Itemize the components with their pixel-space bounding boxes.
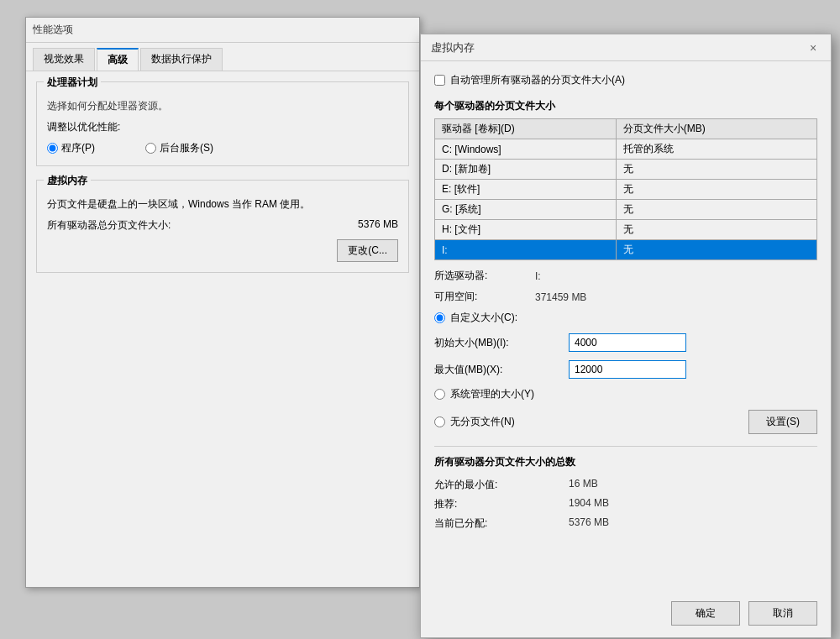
current-allocated-label: 当前已分配:: [434, 516, 569, 531]
drive-size-cell: 无: [616, 240, 816, 260]
table-row[interactable]: D: [新加卷]无: [435, 160, 817, 180]
adjust-label: 调整以优化性能:: [47, 120, 398, 134]
radio-group: 程序(P) 后台服务(S): [47, 141, 398, 155]
bg-tabs: 视觉效果 高级 数据执行保护: [26, 43, 419, 71]
radio-background[interactable]: 后台服务(S): [145, 141, 213, 155]
vm-section: 虚拟内存 分页文件是硬盘上的一块区域，Windows 当作 RAM 使用。 所有…: [36, 180, 409, 273]
initial-size-label: 初始大小(MB)(I):: [434, 336, 569, 350]
no-pagefile-label[interactable]: 无分页文件(N): [450, 415, 515, 429]
vm-section-label: 虚拟内存: [44, 174, 91, 188]
max-size-label: 最大值(MB)(X):: [434, 363, 569, 377]
close-button[interactable]: ×: [806, 40, 821, 55]
change-button[interactable]: 更改(C...: [337, 239, 398, 262]
table-row[interactable]: I: 无: [435, 240, 817, 260]
min-allowed-row: 允许的最小值: 16 MB: [434, 478, 817, 492]
vm-desc: 分页文件是硬盘上的一块区域，Windows 当作 RAM 使用。: [47, 197, 398, 212]
radio-program[interactable]: 程序(P): [47, 141, 95, 155]
tab-advanced[interactable]: 高级: [97, 48, 139, 71]
tab-dep[interactable]: 数据执行保护: [140, 48, 223, 71]
available-space-value: 371459 MB: [535, 291, 586, 303]
no-pagefile-row: 无分页文件(N) 设置(S): [434, 410, 817, 434]
vm-total-value: 5376 MB: [358, 218, 398, 233]
drive-size-cell: 无: [616, 200, 816, 220]
selected-drive-value: I:: [535, 270, 541, 282]
dialog-title: 虚拟内存: [431, 40, 475, 55]
auto-manage-checkbox[interactable]: [434, 75, 445, 86]
custom-size-label[interactable]: 自定义大小(C):: [450, 311, 517, 325]
drive-cell: E: [软件]: [435, 180, 617, 200]
system-managed-row: 系统管理的大小(Y): [434, 387, 817, 401]
available-space-label: 可用空间:: [434, 290, 535, 304]
bg-content: 处理器计划 选择如何分配处理器资源。 调整以优化性能: 程序(P) 后台服务(S…: [26, 71, 419, 296]
radio-program-input[interactable]: [47, 143, 58, 154]
system-managed-label[interactable]: 系统管理的大小(Y): [450, 387, 534, 401]
dialog-body: 自动管理所有驱动器的分页文件大小(A) 每个驱动器的分页文件大小 驱动器 [卷标…: [421, 61, 831, 547]
bg-window: 性能选项 视觉效果 高级 数据执行保护 处理器计划 选择如何分配处理器资源。 调…: [25, 17, 420, 588]
vm-total-row: 所有驱动器总分页文件大小: 5376 MB: [47, 218, 398, 233]
recommended-value: 1904 MB: [569, 497, 609, 511]
processor-section: 处理器计划 选择如何分配处理器资源。 调整以优化性能: 程序(P) 后台服务(S…: [36, 81, 409, 166]
col-drive: 驱动器 [卷标](D): [435, 119, 617, 139]
drive-cell: G: [系统]: [435, 200, 617, 220]
initial-size-input[interactable]: [569, 333, 686, 352]
table-row[interactable]: H: [文件]无: [435, 220, 817, 240]
max-size-input[interactable]: [569, 360, 686, 379]
drives-section-title: 每个驱动器的分页文件大小: [434, 99, 817, 113]
custom-size-radio[interactable]: [434, 312, 445, 323]
col-size: 分页文件大小(MB): [616, 119, 816, 139]
initial-size-row: 初始大小(MB)(I):: [434, 333, 817, 352]
main-dialog: 虚拟内存 × 自动管理所有驱动器的分页文件大小(A) 每个驱动器的分页文件大小 …: [420, 34, 832, 638]
totals-title: 所有驱动器分页文件大小的总数: [434, 455, 817, 469]
no-pagefile-radio-row: 无分页文件(N): [434, 415, 515, 429]
drive-size-cell: 无: [616, 180, 816, 200]
radio-background-input[interactable]: [145, 143, 156, 154]
set-button[interactable]: 设置(S): [748, 410, 817, 434]
max-size-row: 最大值(MB)(X):: [434, 360, 817, 379]
recommended-row: 推荐: 1904 MB: [434, 497, 817, 511]
bg-titlebar: 性能选项: [26, 18, 419, 43]
cancel-button[interactable]: 取消: [748, 601, 817, 626]
custom-size-radio-row: 自定义大小(C):: [434, 311, 817, 325]
totals-section: 所有驱动器分页文件大小的总数 允许的最小值: 16 MB 推荐: 1904 MB…: [434, 446, 817, 531]
no-pagefile-radio[interactable]: [434, 416, 445, 427]
drive-size-cell: 无: [616, 220, 816, 240]
table-row[interactable]: C: [Windows]托管的系统: [435, 139, 817, 160]
dialog-footer: 确定 取消: [671, 601, 817, 626]
table-row[interactable]: E: [软件]无: [435, 180, 817, 200]
selected-drive-label: 所选驱动器:: [434, 269, 535, 283]
min-allowed-value: 16 MB: [569, 478, 598, 492]
drive-cell: C: [Windows]: [435, 139, 617, 160]
tab-visual-effects[interactable]: 视觉效果: [33, 48, 95, 71]
available-space-row: 可用空间: 371459 MB: [434, 290, 817, 304]
recommended-label: 推荐:: [434, 497, 569, 511]
system-managed-radio[interactable]: [434, 389, 445, 400]
drive-cell: H: [文件]: [435, 220, 617, 240]
drive-cell: D: [新加卷]: [435, 160, 617, 180]
selected-drive-row: 所选驱动器: I:: [434, 269, 817, 283]
min-allowed-label: 允许的最小值:: [434, 478, 569, 492]
current-allocated-value: 5376 MB: [569, 516, 609, 531]
drive-size-cell: 托管的系统: [616, 139, 816, 160]
ok-button[interactable]: 确定: [671, 601, 740, 626]
drive-cell: I:: [435, 240, 617, 260]
table-row[interactable]: G: [系统]无: [435, 200, 817, 220]
table-header-row: 驱动器 [卷标](D) 分页文件大小(MB): [435, 119, 817, 139]
auto-manage-label[interactable]: 自动管理所有驱动器的分页文件大小(A): [450, 73, 625, 87]
vm-total-label: 所有驱动器总分页文件大小:: [47, 218, 171, 233]
dialog-titlebar: 虚拟内存 ×: [421, 34, 831, 61]
processor-desc: 选择如何分配处理器资源。: [47, 99, 398, 113]
current-allocated-row: 当前已分配: 5376 MB: [434, 516, 817, 531]
system-managed-radio-row: 系统管理的大小(Y): [434, 387, 534, 401]
drives-table: 驱动器 [卷标](D) 分页文件大小(MB) C: [Windows]托管的系统…: [434, 118, 817, 260]
bg-window-title: 性能选项: [33, 23, 73, 37]
auto-manage-row: 自动管理所有驱动器的分页文件大小(A): [434, 73, 817, 87]
processor-section-label: 处理器计划: [44, 76, 101, 90]
drive-size-cell: 无: [616, 160, 816, 180]
